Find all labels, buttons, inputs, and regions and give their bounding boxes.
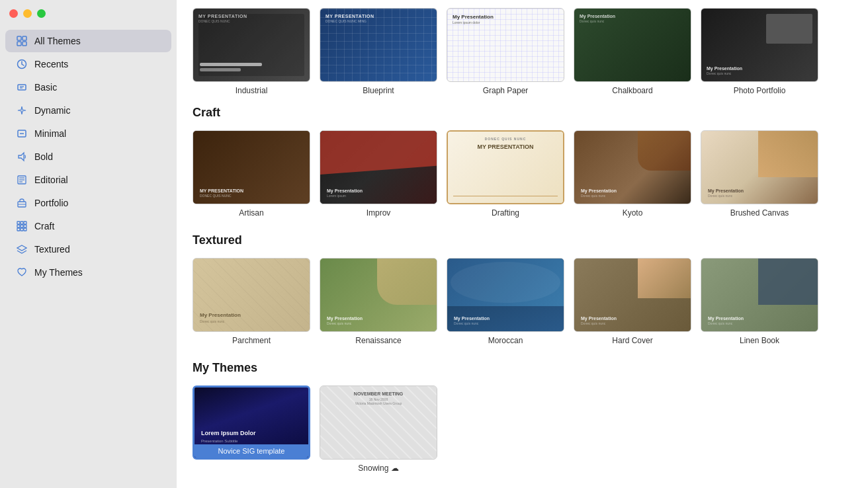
grid-icon bbox=[16, 35, 28, 47]
theme-item-renaissance[interactable]: My Presentation Donec quis nunc Renaissa… bbox=[320, 258, 437, 345]
theme-item-novice-sig[interactable]: Lorem Ipsum Dolor Presentation Subtitle … bbox=[193, 386, 310, 473]
sidebar-label-bold: Bold bbox=[34, 151, 53, 162]
svg-rect-24 bbox=[21, 228, 23, 231]
theme-thumb-improv: My Presentation Lorem ipsum bbox=[320, 130, 437, 204]
theme-thumb-drafting: DONEC QUIS NUNC MY PRESENTATION bbox=[447, 130, 564, 204]
sidebar-label-craft: Craft bbox=[34, 221, 54, 231]
sidebar-item-basic[interactable]: Basic bbox=[5, 76, 171, 99]
theme-thumb-chalkboard: My Presentation Donec quis nunc bbox=[574, 8, 691, 82]
theme-item-industrial[interactable]: MY PRESENTATION DONEC QUIS NUNC Industri… bbox=[193, 8, 310, 95]
sidebar-item-recents[interactable]: Recents bbox=[5, 53, 171, 75]
svg-rect-20 bbox=[17, 225, 20, 227]
maximize-button[interactable] bbox=[37, 9, 46, 18]
svg-rect-0 bbox=[17, 36, 21, 40]
theme-item-snowing[interactable]: NOVEMBER MEETING 18 Nov 2008 Victoria Ma… bbox=[320, 386, 437, 473]
briefcase-icon bbox=[16, 197, 28, 209]
theme-name-hard-cover: Hard Cover bbox=[612, 336, 652, 345]
theme-thumb-linen-book: My Presentation Donec quis nunc bbox=[701, 258, 818, 332]
svg-marker-10 bbox=[19, 153, 24, 161]
close-button[interactable] bbox=[9, 9, 18, 18]
sidebar-item-all-themes[interactable]: All Themes bbox=[5, 30, 171, 52]
sidebar-label-textured: Textured bbox=[34, 244, 70, 255]
sidebar-item-editorial[interactable]: Editorial bbox=[5, 169, 171, 191]
theme-item-blueprint[interactable]: MY PRESENTATION DONEC QUIS NUNC MING Blu… bbox=[320, 8, 437, 95]
sidebar-label-basic: Basic bbox=[34, 82, 57, 93]
svg-rect-2 bbox=[17, 42, 21, 46]
square-icon bbox=[16, 81, 28, 93]
craft-section-title: Craft bbox=[193, 106, 852, 120]
theme-thumb-brushed-canvas: My Presentation Donec quis nunc bbox=[701, 130, 818, 204]
theme-thumb-snowing: NOVEMBER MEETING 18 Nov 2008 Victoria Ma… bbox=[320, 386, 437, 460]
top-row: MY PRESENTATION DONEC QUIS NUNC Industri… bbox=[193, 8, 852, 95]
craft-theme-grid: MY PRESENTATION DONEC QUIS NUNC Artisan … bbox=[193, 130, 852, 218]
sidebar-label-recents: Recents bbox=[34, 59, 68, 69]
main-content: MY PRESENTATION DONEC QUIS NUNC Industri… bbox=[177, 0, 868, 488]
svg-rect-18 bbox=[21, 222, 23, 224]
textured-theme-grid: My Presentation Donec quis nunc Parchmen… bbox=[193, 258, 852, 345]
svg-rect-1 bbox=[22, 36, 26, 40]
novice-selected-label: Novice SIG template bbox=[195, 444, 308, 458]
theme-name-industrial: Industrial bbox=[236, 86, 268, 95]
sidebar-label-minimal: Minimal bbox=[34, 128, 66, 139]
theme-item-moroccan[interactable]: My Presentation Donec quis nunc Moroccan bbox=[447, 258, 564, 345]
textured-section-title: Textured bbox=[193, 233, 852, 247]
theme-item-kyoto[interactable]: My Presentation Donec quis nunc Kyoto bbox=[574, 130, 691, 218]
my-themes-section-title: My Themes bbox=[193, 361, 852, 375]
sparkle-icon bbox=[16, 104, 28, 116]
sidebar-item-portfolio[interactable]: Portfolio bbox=[5, 192, 171, 214]
sidebar-item-textured[interactable]: Textured bbox=[5, 238, 171, 261]
theme-thumb-blueprint: MY PRESENTATION DONEC QUIS NUNC MING bbox=[320, 8, 437, 82]
minimize-button[interactable] bbox=[23, 9, 32, 18]
theme-thumb-industrial: MY PRESENTATION DONEC QUIS NUNC bbox=[193, 8, 310, 82]
theme-name-renaissance: Renaissance bbox=[355, 336, 401, 345]
theme-item-graph-paper[interactable]: My Presentation Lorem ipsum dolor Graph … bbox=[447, 8, 564, 95]
svg-rect-17 bbox=[17, 222, 20, 224]
theme-thumb-parchment: My Presentation Donec quis nunc bbox=[193, 258, 310, 332]
theme-item-linen-book[interactable]: My Presentation Donec quis nunc Linen Bo… bbox=[701, 258, 818, 345]
svg-rect-5 bbox=[18, 85, 26, 90]
theme-thumb-photo-portfolio: My Presentation Donec quis nunc bbox=[701, 8, 818, 82]
svg-rect-3 bbox=[22, 42, 26, 46]
my-themes-grid: Lorem Ipsum Dolor Presentation Subtitle … bbox=[193, 386, 852, 473]
theme-item-drafting[interactable]: DONEC QUIS NUNC MY PRESENTATION Drafting bbox=[447, 130, 564, 218]
sidebar-label-editorial: Editorial bbox=[34, 175, 68, 185]
sidebar-label-portfolio: Portfolio bbox=[34, 198, 68, 208]
theme-name-improv: Improv bbox=[367, 208, 391, 218]
theme-name-brushed-canvas: Brushed Canvas bbox=[730, 208, 789, 218]
sidebar-label-all-themes: All Themes bbox=[34, 36, 81, 46]
theme-name-kyoto: Kyoto bbox=[623, 208, 643, 218]
theme-thumb-hard-cover: My Presentation Donec quis nunc bbox=[574, 258, 691, 332]
theme-item-chalkboard[interactable]: My Presentation Donec quis nunc Chalkboa… bbox=[574, 8, 691, 95]
speaker-icon bbox=[16, 151, 28, 163]
clock-icon bbox=[16, 58, 28, 70]
theme-name-blueprint: Blueprint bbox=[363, 86, 394, 95]
theme-thumb-novice-sig: Lorem Ipsum Dolor Presentation Subtitle … bbox=[193, 386, 310, 460]
my-themes-section: My Themes Lorem Ipsum Dolor Presentation… bbox=[193, 361, 852, 473]
theme-item-brushed-canvas[interactable]: My Presentation Donec quis nunc Brushed … bbox=[701, 130, 818, 218]
craft-section: Craft MY PRESENTATION DONEC QUIS NUNC Ar… bbox=[193, 106, 852, 218]
theme-item-improv[interactable]: My Presentation Lorem ipsum Improv bbox=[320, 130, 437, 218]
sidebar-item-my-themes[interactable]: My Themes bbox=[5, 261, 171, 284]
theme-name-parchment: Parchment bbox=[232, 336, 271, 345]
theme-name-graph-paper: Graph Paper bbox=[483, 86, 529, 95]
editorial-icon bbox=[16, 174, 28, 186]
theme-item-parchment[interactable]: My Presentation Donec quis nunc Parchmen… bbox=[193, 258, 310, 345]
theme-name-snowing: Snowing ☁ bbox=[358, 464, 398, 473]
theme-item-artisan[interactable]: MY PRESENTATION DONEC QUIS NUNC Artisan bbox=[193, 130, 310, 218]
textured-section: Textured My Presentation Donec quis nunc… bbox=[193, 233, 852, 345]
sidebar-item-craft[interactable]: Craft bbox=[5, 215, 171, 237]
theme-item-hard-cover[interactable]: My Presentation Donec quis nunc Hard Cov… bbox=[574, 258, 691, 345]
sidebar-item-minimal[interactable]: Minimal bbox=[5, 122, 171, 145]
sidebar-item-bold[interactable]: Bold bbox=[5, 145, 171, 168]
theme-thumb-artisan: MY PRESENTATION DONEC QUIS NUNC bbox=[193, 130, 310, 204]
svg-marker-26 bbox=[17, 245, 26, 251]
heart-icon bbox=[16, 266, 28, 278]
theme-name-chalkboard: Chalkboard bbox=[612, 86, 652, 95]
theme-name-moroccan: Moroccan bbox=[488, 336, 523, 345]
traffic-lights bbox=[9, 9, 46, 18]
sidebar-item-dynamic[interactable]: Dynamic bbox=[5, 99, 171, 122]
theme-thumb-graph-paper: My Presentation Lorem ipsum dolor bbox=[447, 8, 564, 82]
theme-item-photo-portfolio[interactable]: My Presentation Donec quis nunc Photo Po… bbox=[701, 8, 818, 95]
svg-rect-22 bbox=[24, 225, 26, 227]
sidebar-label-my-themes: My Themes bbox=[34, 267, 83, 278]
